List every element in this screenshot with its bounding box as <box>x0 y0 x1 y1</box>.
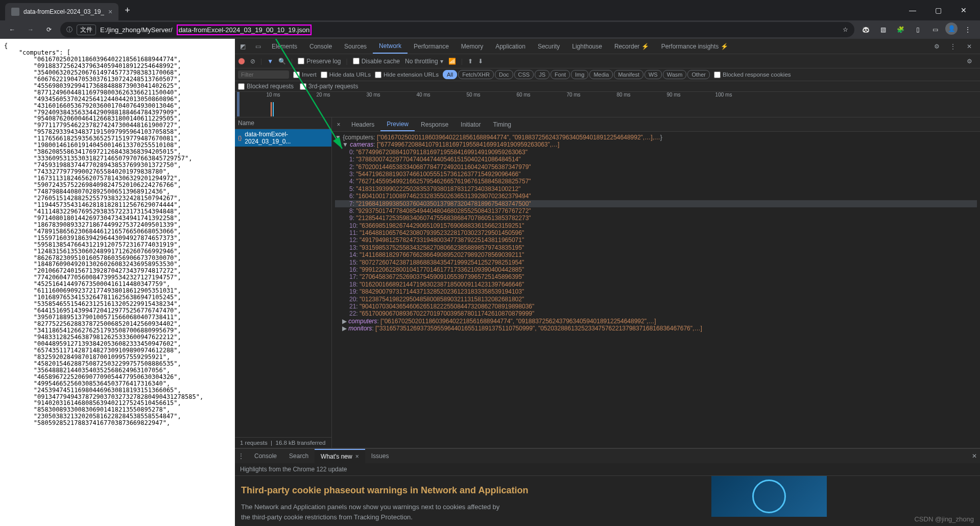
filter-pill-js[interactable]: JS <box>535 70 549 79</box>
timeline-tick: 100 ms <box>715 92 732 98</box>
json-file-viewer[interactable]: { "computers": [ "0616702502011860396402… <box>0 39 235 526</box>
devtools-tab-elements[interactable]: Elements <box>266 39 303 54</box>
timeline-ruler: 10 ms20 ms30 ms40 ms50 ms60 ms70 ms80 ms… <box>235 92 980 101</box>
info-icon[interactable]: ⓘ <box>66 26 73 34</box>
filter-pill-doc[interactable]: Doc <box>495 70 513 79</box>
drawer-tab-search[interactable]: Search <box>283 449 315 463</box>
close-drawer-icon[interactable]: ✕ <box>972 452 977 460</box>
filter-pill-wasm[interactable]: Wasm <box>663 70 687 79</box>
hide-data-urls-checkbox[interactable]: Hide data URLs <box>321 71 371 78</box>
network-timeline[interactable]: 10 ms20 ms30 ms40 ms50 ms60 ms70 ms80 ms… <box>235 92 980 117</box>
clear-icon[interactable]: ⊘ <box>250 58 255 65</box>
preserve-log-checkbox[interactable]: Preserve log <box>298 58 341 65</box>
filter-pill-font[interactable]: Font <box>551 70 570 79</box>
more-icon[interactable]: ⋮ <box>945 43 961 50</box>
preview-pane: × HeadersPreviewResponseInitiatorTiming … <box>332 117 980 448</box>
puzzle-icon[interactable]: 🧩 <box>893 22 907 37</box>
type-filter-pills: AllFetch/XHRDocCSSJSFontImgMediaManifest… <box>443 70 710 79</box>
search-icon[interactable]: 🔍 <box>278 58 286 65</box>
preview-json-tree[interactable]: ▼ {computers: ["061670250201186039640221… <box>332 132 980 448</box>
window-icon[interactable]: ▯ <box>911 22 925 37</box>
reload-button[interactable]: ⟳ <box>42 22 56 37</box>
window-title-bar: data-fromExcel-2024_03_19_ × + — ▢ ✕ <box>0 0 980 20</box>
request-name: data-fromExcel-2024_03_19_0... <box>245 131 328 145</box>
request-row[interactable]: {} data-fromExcel-2024_03_19_0... <box>235 129 331 147</box>
filter-input[interactable] <box>238 70 289 79</box>
throttling-select[interactable]: No throttling ▾ <box>405 58 443 65</box>
filter-pill-manifest[interactable]: Manifest <box>614 70 643 79</box>
record-button[interactable] <box>238 58 245 65</box>
filter-pill-ws[interactable]: WS <box>644 70 662 79</box>
hide-ext-urls-checkbox[interactable]: Hide extension URLs <box>375 71 439 78</box>
devtools-tab-recorder[interactable]: Recorder ⚡ <box>608 39 655 54</box>
drawer-tab-issues[interactable]: Issues <box>365 449 395 463</box>
new-tab-button[interactable]: + <box>125 5 130 16</box>
close-window-button[interactable]: ✕ <box>952 3 975 18</box>
device-icon[interactable]: ▭ <box>250 43 266 50</box>
preview-tab-initiator[interactable]: Initiator <box>455 117 487 131</box>
close-tab-icon[interactable]: × <box>108 8 112 16</box>
wifi-icon[interactable]: 📶 <box>448 58 456 65</box>
url-path-prefix: E:/jing_zhong/MyServer/ <box>100 26 173 34</box>
devtools-tab-lighthouse[interactable]: Lighthouse <box>566 39 608 54</box>
star-icon[interactable]: ☆ <box>843 26 848 33</box>
maximize-button[interactable]: ▢ <box>927 3 949 18</box>
whats-new-title: Third-party cookie phaseout warnings in … <box>241 485 974 496</box>
devtools-tab-performanceinsights[interactable]: Performance insights ⚡ <box>655 39 734 54</box>
filter-pill-fetchxhr[interactable]: Fetch/XHR <box>458 70 494 79</box>
battery-icon[interactable]: ▭ <box>928 22 942 37</box>
devtools-tab-console[interactable]: Console <box>303 39 338 54</box>
disable-cache-checkbox[interactable]: Disable cache <box>353 58 400 65</box>
timeline-tick: 80 ms <box>616 92 630 98</box>
panda-icon[interactable]: 🐼 <box>858 22 873 37</box>
blocked-cookies-checkbox[interactable]: Blocked response cookies <box>714 71 791 78</box>
close-preview-icon[interactable]: × <box>332 121 345 128</box>
extension-icon[interactable]: ▧ <box>876 22 890 37</box>
devtools-tab-sources[interactable]: Sources <box>338 39 373 54</box>
filter-pill-other[interactable]: Other <box>687 70 710 79</box>
drawer-menu-icon[interactable]: ⋮ <box>238 452 244 460</box>
devtools-tab-application[interactable]: Application <box>489 39 532 54</box>
blocked-requests-checkbox[interactable]: Blocked requests <box>238 83 294 90</box>
devtools-tab-performance[interactable]: Performance <box>408 39 455 54</box>
browser-tab[interactable]: data-fromExcel-2024_03_19_ × <box>5 3 118 20</box>
preview-tab-preview[interactable]: Preview <box>380 117 415 131</box>
url-input[interactable]: ⓘ 文件 E:/jing_zhong/MyServer/data-fromExc… <box>60 22 854 37</box>
preview-tab-headers[interactable]: Headers <box>345 117 380 131</box>
filter-pill-img[interactable]: Img <box>571 70 588 79</box>
filter-icon[interactable]: ▼ <box>267 58 273 65</box>
watermark: CSDN @jing_zhong <box>914 515 974 523</box>
filter-pill-all[interactable]: All <box>443 70 457 79</box>
forward-button[interactable]: → <box>23 22 38 37</box>
devtools-tab-memory[interactable]: Memory <box>455 39 489 54</box>
preview-tab-timing[interactable]: Timing <box>487 117 517 131</box>
drawer-tab-whatsnew[interactable]: What's new× <box>315 449 365 463</box>
timeline-tick: 50 ms <box>466 92 480 98</box>
drawer-tab-console[interactable]: Console <box>248 449 283 463</box>
net-gear-icon[interactable]: ⚙ <box>962 58 977 65</box>
invert-checkbox[interactable]: Invert <box>293 71 317 78</box>
gear-icon[interactable]: ⚙ <box>929 43 944 50</box>
download-icon[interactable]: ⬇ <box>478 58 483 65</box>
preview-tab-response[interactable]: Response <box>415 117 455 131</box>
tab-title: data-fromExcel-2024_03_19_ <box>23 8 104 15</box>
profile-icon[interactable]: 👤 <box>945 22 958 35</box>
name-column-header[interactable]: Name <box>235 117 331 129</box>
close-devtools-icon[interactable]: ✕ <box>962 43 977 50</box>
devtools-tab-network[interactable]: Network <box>373 39 408 54</box>
back-button[interactable]: ← <box>5 22 19 37</box>
menu-icon[interactable]: ⋮ <box>961 22 975 37</box>
timeline-marks <box>235 101 980 117</box>
timeline-tick: 30 ms <box>366 92 380 98</box>
timeline-tick: 90 ms <box>666 92 680 98</box>
filter-bar-2: Blocked requests 3rd-party requests <box>235 81 980 92</box>
upload-icon[interactable]: ⬆ <box>468 58 473 65</box>
devtools-tab-security[interactable]: Security <box>532 39 566 54</box>
filter-pill-css[interactable]: CSS <box>514 70 534 79</box>
inspect-icon[interactable]: ◩ <box>235 43 250 50</box>
whats-new-text: The Network and Application panels now s… <box>241 502 507 522</box>
minimize-button[interactable]: — <box>901 3 924 18</box>
filter-pill-media[interactable]: Media <box>589 70 613 79</box>
file-icon <box>11 8 19 16</box>
third-party-checkbox[interactable]: 3rd-party requests <box>300 83 358 90</box>
